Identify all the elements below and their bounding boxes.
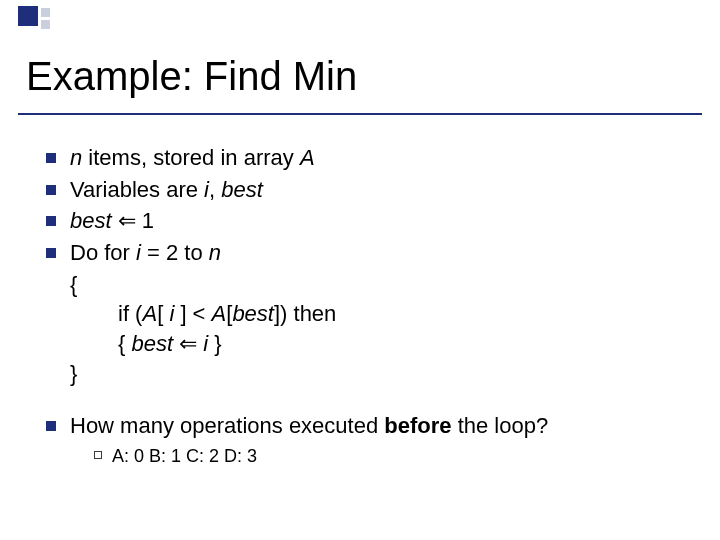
- logo-square-small-bottom: [41, 20, 50, 29]
- bullet-text: Variables are i, best: [70, 175, 263, 205]
- options-text: A: 0 B: 1 C: 2 D: 3: [112, 444, 257, 468]
- bullet-text: Do for i = 2 to n: [70, 238, 221, 268]
- bullet-text: n items, stored in array A: [70, 143, 315, 173]
- corner-logo: [18, 6, 66, 32]
- bullet-item-3: best ⇐ 1: [46, 206, 702, 236]
- bullet-item-question: How many operations executed before the …: [46, 411, 702, 469]
- bullet-square-icon: [46, 185, 56, 195]
- slide-title: Example: Find Min: [26, 54, 702, 99]
- slide: Example: Find Min n items, stored in arr…: [0, 0, 720, 540]
- bullet-square-icon: [46, 153, 56, 163]
- bullet-hollow-icon: [94, 451, 102, 459]
- code-brace-close: }: [70, 359, 702, 389]
- bullet-square-icon: [46, 248, 56, 258]
- code-assign-line: { best ⇐ i }: [118, 329, 702, 359]
- code-if-line: if (A[ i ] < A[best]) then: [118, 299, 702, 329]
- bullet-item-2: Variables are i, best: [46, 175, 702, 205]
- bullet-text: best ⇐ 1: [70, 206, 154, 236]
- bullet-square-icon: [46, 421, 56, 431]
- bullet-item-4: Do for i = 2 to n: [46, 238, 702, 268]
- answer-options: A: 0 B: 1 C: 2 D: 3: [94, 444, 548, 468]
- title-rule: [18, 113, 702, 115]
- bullet-item-1: n items, stored in array A: [46, 143, 702, 173]
- spacer: [46, 389, 702, 411]
- logo-square-small-top: [41, 8, 50, 17]
- question-text: How many operations executed before the …: [70, 411, 548, 469]
- body-content: n items, stored in array A Variables are…: [46, 143, 702, 468]
- logo-square-large: [18, 6, 38, 26]
- code-brace-open: {: [70, 270, 702, 300]
- bullet-square-icon: [46, 216, 56, 226]
